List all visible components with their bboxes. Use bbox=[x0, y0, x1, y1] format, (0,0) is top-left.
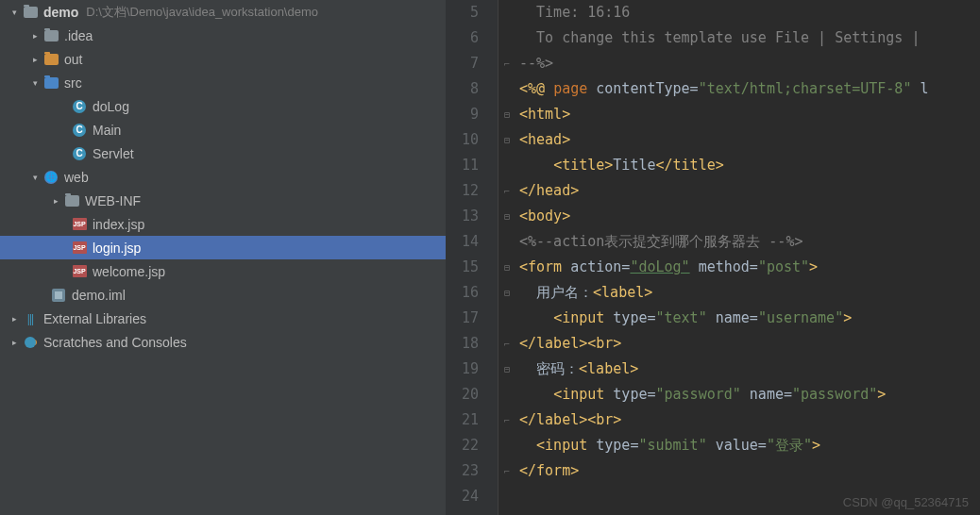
code-line[interactable]: <title>Title</title> bbox=[515, 153, 980, 178]
line-number-gutter[interactable]: 56789101112131415161718192021222324 bbox=[446, 0, 498, 515]
fold-marker[interactable]: ⊟ bbox=[498, 102, 515, 127]
tree-item-scratches[interactable]: ▸ Scratches and Consoles bbox=[0, 330, 446, 354]
code-line[interactable]: To change this template use File | Setti… bbox=[515, 25, 980, 51]
line-number[interactable]: 16 bbox=[446, 280, 479, 306]
line-number[interactable]: 22 bbox=[446, 433, 479, 458]
fold-marker[interactable]: ⌐ bbox=[498, 331, 515, 357]
chevron-down-icon[interactable]: ▾ bbox=[8, 6, 21, 19]
tree-label: index.jsp bbox=[93, 217, 144, 232]
fold-marker[interactable]: ⊟ bbox=[498, 357, 515, 382]
chevron-right-icon[interactable]: ▸ bbox=[8, 312, 21, 325]
tree-item-loginjsp[interactable]: ▸ JSP login.jsp bbox=[0, 236, 446, 259]
code-line[interactable]: <input type="password" name="password"> bbox=[515, 382, 980, 407]
code-line[interactable]: <input type="submit" value="登录"> bbox=[515, 433, 980, 458]
code-line[interactable]: <%@ page contentType="text/html;charset=… bbox=[515, 76, 980, 102]
line-number[interactable]: 8 bbox=[446, 76, 479, 102]
fold-marker[interactable]: ⌐ bbox=[498, 178, 515, 204]
line-number[interactable]: 12 bbox=[446, 178, 479, 204]
code-line[interactable]: --%> bbox=[515, 51, 980, 76]
project-name: demo bbox=[43, 5, 78, 20]
tree-label: login.jsp bbox=[93, 241, 141, 256]
folder-icon bbox=[43, 75, 59, 91]
line-number[interactable]: 11 bbox=[446, 153, 479, 178]
code-line[interactable]: </label><br> bbox=[515, 331, 980, 357]
tree-item-indexjsp[interactable]: ▸ JSP index.jsp bbox=[0, 212, 446, 236]
line-number[interactable]: 6 bbox=[446, 25, 479, 51]
fold-marker[interactable]: ⌐ bbox=[498, 458, 515, 484]
chevron-right-icon[interactable]: ▸ bbox=[49, 194, 62, 208]
folder-icon bbox=[43, 52, 59, 67]
line-number[interactable]: 9 bbox=[446, 102, 479, 127]
tree-item-dolog[interactable]: ▸ C doLog bbox=[0, 94, 446, 118]
code-line[interactable]: 密码：<label> bbox=[515, 357, 980, 382]
fold-marker[interactable]: ⌐ bbox=[498, 51, 515, 76]
tree-label: WEB-INF bbox=[85, 193, 141, 208]
fold-marker[interactable]: ⌐ bbox=[498, 407, 515, 433]
line-number[interactable]: 19 bbox=[446, 357, 479, 382]
tree-item-web[interactable]: ▾ 🌐 web bbox=[0, 165, 446, 189]
chevron-right-icon[interactable]: ▸ bbox=[28, 29, 42, 42]
fold-marker bbox=[498, 0, 515, 25]
tree-item-main[interactable]: ▸ C Main bbox=[0, 118, 446, 141]
line-number[interactable]: 21 bbox=[446, 407, 479, 433]
code-line[interactable]: <form action="doLog" method="post"> bbox=[515, 255, 980, 280]
jsp-file-icon: JSP bbox=[72, 241, 87, 256]
tree-item-out[interactable]: ▸ out bbox=[0, 47, 446, 71]
chevron-right-icon[interactable]: ▸ bbox=[28, 53, 42, 66]
fold-marker[interactable]: ⊟ bbox=[498, 280, 515, 306]
chevron-down-icon[interactable]: ▾ bbox=[28, 171, 42, 184]
line-number[interactable]: 24 bbox=[446, 484, 479, 509]
class-icon: C bbox=[72, 123, 87, 138]
project-tree[interactable]: ▾ demo D:\文档\Demo\java\idea_workstation\… bbox=[0, 0, 446, 515]
tree-label: src bbox=[64, 75, 82, 91]
fold-marker bbox=[498, 382, 515, 407]
line-number[interactable]: 7 bbox=[446, 51, 479, 76]
module-file-icon bbox=[51, 288, 66, 303]
tree-item-servlet[interactable]: ▸ C Servlet bbox=[0, 141, 446, 165]
code-line[interactable]: <html> bbox=[515, 102, 980, 127]
line-number[interactable]: 5 bbox=[446, 0, 479, 25]
tree-root[interactable]: ▾ demo D:\文档\Demo\java\idea_workstation\… bbox=[0, 0, 446, 24]
chevron-right-icon[interactable]: ▸ bbox=[8, 336, 21, 349]
code-editor[interactable]: 56789101112131415161718192021222324 ⌐⊟⊟⌐… bbox=[446, 0, 980, 515]
web-folder-icon: 🌐 bbox=[43, 170, 59, 185]
fold-gutter[interactable]: ⌐⊟⊟⌐⊟⊟⊟⌐⊟⌐⌐ bbox=[498, 0, 515, 515]
line-number[interactable]: 13 bbox=[446, 204, 479, 229]
line-number[interactable]: 18 bbox=[446, 331, 479, 357]
line-number[interactable]: 17 bbox=[446, 306, 479, 331]
code-line[interactable]: <%--action表示提交到哪个服务器去 --%> bbox=[515, 229, 980, 255]
code-line[interactable]: </form> bbox=[515, 458, 980, 484]
line-number[interactable]: 10 bbox=[446, 127, 479, 153]
code-line[interactable]: </label><br> bbox=[515, 407, 980, 433]
code-area[interactable]: Time: 16:16 To change this template use … bbox=[515, 0, 980, 515]
code-line[interactable]: 用户名：<label> bbox=[515, 280, 980, 306]
fold-marker[interactable]: ⊟ bbox=[498, 204, 515, 229]
tree-item-external-libraries[interactable]: ▸ External Libraries bbox=[0, 307, 446, 330]
line-number[interactable]: 23 bbox=[446, 458, 479, 484]
code-line[interactable]: Time: 16:16 bbox=[515, 0, 980, 25]
scratches-icon bbox=[23, 335, 38, 350]
code-line[interactable]: <input type="text" name="username"> bbox=[515, 306, 980, 331]
fold-marker[interactable]: ⊟ bbox=[498, 255, 515, 280]
chevron-down-icon[interactable]: ▾ bbox=[28, 76, 42, 90]
line-number[interactable]: 20 bbox=[446, 382, 479, 407]
tree-item-webinf[interactable]: ▸ WEB-INF bbox=[0, 189, 446, 212]
folder-icon bbox=[23, 5, 38, 20]
tree-item-welcomejsp[interactable]: ▸ JSP welcome.jsp bbox=[0, 259, 446, 283]
tree-label: web bbox=[64, 170, 89, 185]
code-line[interactable]: <head> bbox=[515, 127, 980, 153]
project-path: D:\文档\Demo\java\idea_workstation\demo bbox=[86, 4, 318, 21]
tree-label: welcome.jsp bbox=[93, 264, 165, 279]
fold-marker bbox=[498, 76, 515, 102]
tree-item-src[interactable]: ▾ src bbox=[0, 71, 446, 94]
fold-marker[interactable]: ⊟ bbox=[498, 127, 515, 153]
line-number[interactable]: 15 bbox=[446, 255, 479, 280]
tree-label: demo.iml bbox=[72, 288, 126, 303]
tree-item-idea[interactable]: ▸ .idea bbox=[0, 24, 446, 47]
tree-item-iml[interactable]: ▸ demo.iml bbox=[0, 283, 446, 307]
jsp-file-icon: JSP bbox=[72, 217, 87, 232]
fold-marker bbox=[498, 484, 515, 509]
code-line[interactable]: <body> bbox=[515, 204, 980, 229]
code-line[interactable]: </head> bbox=[515, 178, 980, 204]
line-number[interactable]: 14 bbox=[446, 229, 479, 255]
